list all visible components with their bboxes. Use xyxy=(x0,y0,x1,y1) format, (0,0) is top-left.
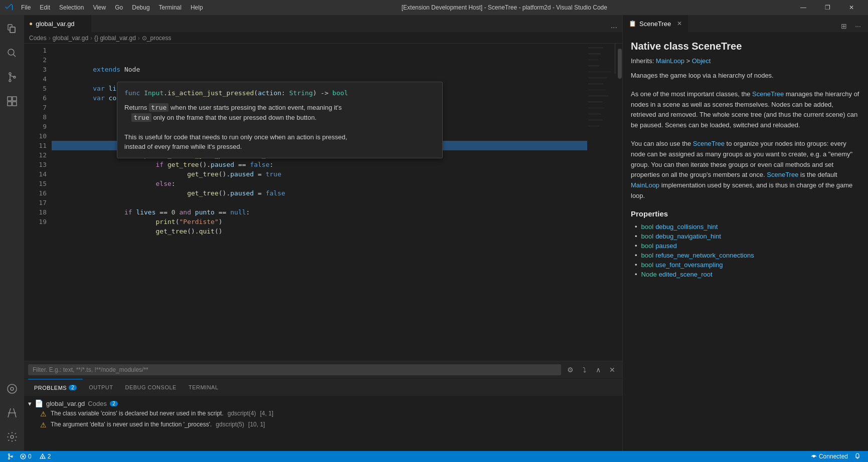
scene-tree-link-1[interactable]: SceneTree xyxy=(752,90,784,98)
scene-tree-link-3[interactable]: SceneTree xyxy=(767,171,798,178)
tab-problems[interactable]: PROBLEMS 2 xyxy=(28,379,83,396)
breadcrumb-file[interactable]: global_var.gd xyxy=(53,35,88,42)
panel-tab-scenetree[interactable]: 📋 SceneTree ✕ xyxy=(623,15,688,32)
menu-view[interactable]: View xyxy=(89,3,110,12)
tab-label: global_var.gd xyxy=(36,20,74,28)
svg-rect-16 xyxy=(588,54,601,54)
activity-explorer[interactable] xyxy=(0,17,24,41)
activity-settings[interactable] xyxy=(0,427,24,451)
svg-rect-19 xyxy=(588,72,611,72)
problem-folder: Codes xyxy=(88,400,107,407)
close-button[interactable]: ✕ xyxy=(840,0,863,15)
svg-line-4 xyxy=(14,55,16,57)
svg-point-6 xyxy=(9,80,11,82)
prop-name-2[interactable]: paused xyxy=(655,242,677,250)
problem-row-1[interactable]: ⚠ The class variable 'coins' is declared… xyxy=(24,408,622,419)
svg-point-12 xyxy=(8,384,17,393)
panel-tabs: 📋 SceneTree ✕ ⊞ ··· xyxy=(623,15,868,33)
status-right: Connected xyxy=(808,451,864,462)
panel-close-button[interactable]: ✕ xyxy=(606,364,618,376)
filter-actions: ⚙ ⤵ ∧ ✕ xyxy=(564,364,618,376)
main-container: ● global_var.gd ✕ ··· Codes › global_var… xyxy=(0,15,868,451)
maximize-button[interactable]: ❐ xyxy=(816,0,839,15)
breadcrumb-codes[interactable]: Codes xyxy=(29,35,47,42)
filter-wrap-button[interactable]: ⤵ xyxy=(578,364,590,376)
menu-go[interactable]: Go xyxy=(111,3,127,12)
svg-rect-11 xyxy=(13,102,17,106)
menu-terminal[interactable]: Terminal xyxy=(155,3,186,12)
menu-file[interactable]: File xyxy=(17,3,35,12)
menu-debug[interactable]: Debug xyxy=(128,3,153,12)
prop-name-1[interactable]: debug_navigation_hint xyxy=(655,233,721,240)
breadcrumb-namespace[interactable]: {} global_var.gd xyxy=(94,35,136,42)
activity-testing[interactable] xyxy=(0,403,24,427)
prop-name-0[interactable]: debug_collisions_hint xyxy=(655,223,718,230)
tab-terminal[interactable]: TERMINAL xyxy=(183,379,225,396)
tab-more-button[interactable]: ··· xyxy=(606,23,622,32)
code-editor[interactable]: 1 2 3 4 5 6 7 8 9 10 11 12 13 14 15 16 1… xyxy=(24,44,622,361)
svg-rect-25 xyxy=(588,108,604,108)
code-content[interactable]: extends Node var lives = 4 var coins = 0 xyxy=(52,44,587,361)
svg-rect-9 xyxy=(13,97,17,101)
status-warning-count[interactable]: 2 xyxy=(37,451,54,462)
right-panel-inner: Native class SceneTree Inherits: MainLoo… xyxy=(623,33,868,451)
activity-extensions[interactable] xyxy=(0,89,24,113)
prop-type-3: bool xyxy=(641,252,654,259)
mainloop-link-2[interactable]: MainLoop xyxy=(631,181,659,189)
menu-selection[interactable]: Selection xyxy=(55,3,88,12)
panel-more-button[interactable]: ··· xyxy=(852,20,864,32)
code-line-2: extends Node xyxy=(52,55,587,65)
svg-point-38 xyxy=(42,458,43,458)
problem-group-header[interactable]: ▾ 📄 global_var.gd Codes 2 xyxy=(24,398,622,408)
prop-name-5[interactable]: edited_scene_root xyxy=(659,271,713,278)
svg-rect-24 xyxy=(588,102,602,102)
breadcrumb-function[interactable]: ⊙_process xyxy=(142,35,171,42)
doc-short-desc: Manages the game loop via a hierarchy of… xyxy=(631,71,860,81)
prop-type-5: Node xyxy=(641,271,657,278)
activity-run[interactable] xyxy=(0,379,24,403)
scene-tree-link-2[interactable]: SceneTree xyxy=(693,140,725,147)
tab-file-icon: ● xyxy=(29,20,33,27)
prop-name-4[interactable]: use_font_oversampling xyxy=(655,261,723,269)
doc-long-desc-1: As one of the most important classes, th… xyxy=(631,89,860,131)
problems-filter-input[interactable] xyxy=(28,364,561,375)
breadcrumb-sep-3: › xyxy=(138,35,140,42)
panel-split-button[interactable]: ⊞ xyxy=(838,20,850,32)
editor-scroll-thumb[interactable] xyxy=(618,49,622,79)
editor-vscrollbar[interactable] xyxy=(617,44,622,361)
tab-output[interactable]: OUTPUT xyxy=(83,379,119,396)
doc-long-desc-2: You can also use the SceneTree to organi… xyxy=(631,139,860,201)
activity-source-control[interactable] xyxy=(0,65,24,89)
problems-badge: 2 xyxy=(69,385,77,390)
menu-bar: File Edit Selection View Go Debug Termin… xyxy=(17,3,207,12)
tab-terminal-label: TERMINAL xyxy=(189,384,219,390)
hover-signature: func Input.is_action_just_pressed(action… xyxy=(124,88,435,98)
file-icon: 📄 xyxy=(35,399,43,407)
problem-file-name: global_var.gd xyxy=(46,400,85,407)
minimize-button[interactable]: — xyxy=(792,0,815,15)
filter-settings-button[interactable]: ⚙ xyxy=(564,364,576,376)
tab-global-var[interactable]: ● global_var.gd ✕ xyxy=(24,15,91,32)
status-bell[interactable] xyxy=(851,451,864,462)
prop-type-4: bool xyxy=(641,261,654,269)
status-error-count[interactable]: 0 xyxy=(17,451,35,462)
inherits-mainloop-link[interactable]: MainLoop xyxy=(656,57,684,65)
bottom-tabs: PROBLEMS 2 OUTPUT DEBUG CONSOLE TERMINAL xyxy=(24,379,622,396)
menu-help[interactable]: Help xyxy=(187,3,207,12)
menu-edit[interactable]: Edit xyxy=(36,3,54,12)
panel-tab-close[interactable]: ✕ xyxy=(677,20,682,27)
problem-row-2[interactable]: ⚠ The argument 'delta' is never used in … xyxy=(24,419,622,430)
vscode-icon xyxy=(5,4,13,12)
panel-collapse-button[interactable]: ∧ xyxy=(592,364,604,376)
prop-font-oversampling: bool use_font_oversampling xyxy=(631,261,860,269)
prop-name-3[interactable]: refuse_new_network_connections xyxy=(655,252,754,259)
tab-debug-console[interactable]: DEBUG CONSOLE xyxy=(119,379,182,396)
inherits-label: Inherits: xyxy=(631,57,656,65)
activity-search[interactable] xyxy=(0,41,24,65)
inherits-object-link[interactable]: Object xyxy=(692,57,711,65)
status-connected[interactable]: Connected xyxy=(808,451,851,462)
svg-point-5 xyxy=(9,73,11,75)
breadcrumb: Codes › global_var.gd › {} global_var.gd… xyxy=(24,33,622,44)
status-git[interactable] xyxy=(4,451,17,462)
problem-source-2: gdscript(5) xyxy=(216,421,244,428)
